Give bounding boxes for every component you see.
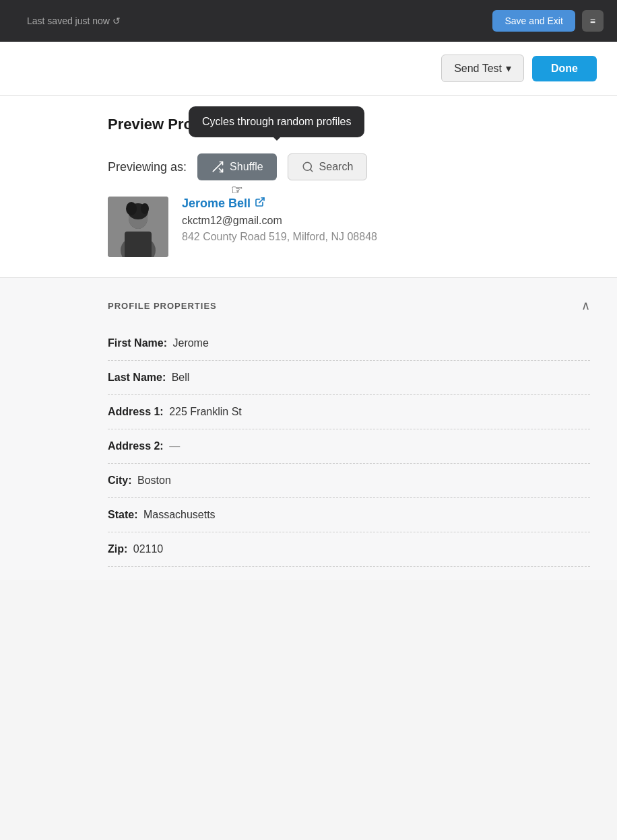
properties-title: PROFILE PROPERTIES (108, 301, 217, 311)
profile-address: 842 County Road 519, Milford, NJ 08848 (182, 231, 377, 243)
property-label: Zip: (108, 543, 127, 555)
shuffle-button-container: Shuffle ☞ (197, 153, 277, 180)
send-test-dropdown-icon: ▾ (506, 62, 511, 75)
property-label: First Name: (108, 337, 167, 349)
header-bar: Send Test ▾ Done (0, 42, 617, 96)
property-row: Address 1: 225 Franklin St (108, 395, 590, 429)
property-label: State: (108, 509, 137, 520)
preview-section: Preview Profile Info Cycles through rand… (0, 96, 617, 278)
previewing-row: Previewing as: Shuffle ☞ (108, 153, 590, 180)
top-bar: Last saved just now ↺ Save and Exit ≡ (0, 0, 617, 42)
property-label: Address 2: (108, 440, 164, 452)
main-content: Preview Profile Info Cycles through rand… (0, 96, 617, 580)
svg-point-10 (126, 202, 137, 215)
svg-point-11 (141, 203, 149, 214)
properties-section: PROFILE PROPERTIES ∧ First Name: JeromeL… (0, 278, 617, 580)
property-label: City: (108, 475, 132, 486)
previewing-label: Previewing as: (108, 160, 187, 174)
send-test-button[interactable]: Send Test ▾ (441, 55, 524, 82)
search-button[interactable]: Search (288, 153, 368, 180)
tooltip-wrapper: Cycles through random profiles (189, 106, 364, 137)
property-rows: First Name: JeromeLast Name: BellAddress… (108, 326, 590, 567)
search-icon (302, 161, 314, 173)
property-value: 225 Franklin St (166, 406, 242, 417)
collapse-button[interactable]: ∧ (581, 298, 590, 313)
shuffle-button[interactable]: Shuffle (197, 153, 277, 180)
save-exit-button[interactable]: Save and Exit (492, 10, 575, 32)
property-value: Boston (135, 475, 171, 486)
svg-line-3 (310, 169, 312, 171)
profile-info: Jerome Bell ckctm12@gmail.com 842 County… (182, 197, 377, 243)
property-row: Address 2: — (108, 429, 590, 464)
profile-name: Jerome Bell (182, 197, 251, 211)
property-row: City: Boston (108, 464, 590, 498)
done-button[interactable]: Done (532, 56, 597, 81)
cursor-hand: ☞ (231, 182, 243, 198)
svg-rect-7 (125, 232, 152, 257)
property-label: Last Name: (108, 372, 166, 383)
properties-header: PROFILE PROPERTIES ∧ (108, 291, 590, 326)
profile-card: Jerome Bell ckctm12@gmail.com 842 County… (108, 197, 590, 257)
property-row: Last Name: Bell (108, 361, 590, 395)
property-value: — (166, 440, 180, 452)
property-row: Zip: 02110 (108, 532, 590, 567)
profile-email: ckctm12@gmail.com (182, 215, 377, 227)
send-test-label: Send Test (454, 63, 502, 75)
menu-button[interactable]: ≡ (582, 10, 604, 32)
avatar-image (108, 197, 168, 257)
property-row: State: Massachusetts (108, 498, 590, 532)
profile-name-row: Jerome Bell (182, 197, 377, 211)
svg-line-12 (259, 198, 264, 203)
external-link-icon[interactable] (255, 197, 265, 211)
shuffle-icon (211, 160, 224, 174)
property-label: Address 1: (108, 406, 164, 417)
profile-avatar (108, 197, 168, 257)
property-value: Bell (168, 372, 189, 383)
property-value: Massachusetts (140, 509, 215, 520)
tooltip-area: Cycles through random profiles Previewin… (108, 153, 590, 180)
property-value: 02110 (130, 543, 163, 555)
tooltip-bubble: Cycles through random profiles (189, 106, 364, 137)
saved-text: Last saved just now ↺ (13, 15, 121, 26)
property-value: Jerome (170, 337, 209, 349)
property-row: First Name: Jerome (108, 326, 590, 361)
